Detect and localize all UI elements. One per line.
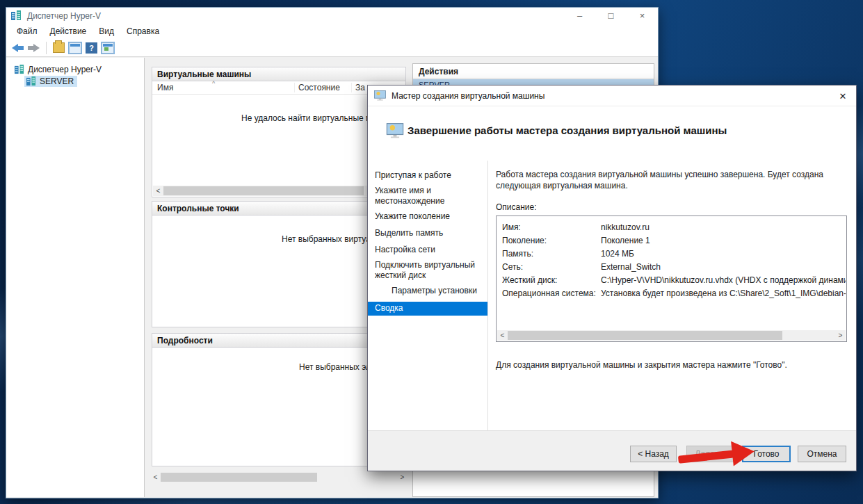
wizard-content: Работа мастера создания виртуальной маши… [496,162,849,370]
forward-icon[interactable] [28,44,40,52]
summary-row-os: Операционная система: Установка будет пр… [502,286,846,300]
summary-row-memory: Память: 1024 МБ [502,247,846,260]
nav-summary[interactable]: Сводка [368,302,487,316]
close-button[interactable]: × [627,8,658,24]
nav-install-options[interactable]: Параметры установки [368,286,481,296]
minimize-button[interactable]: – [564,8,595,24]
scroll-right-icon[interactable]: > [835,330,846,341]
summary-row-generation: Поколение: Поколение 1 [502,234,846,247]
actions-pane-header: Действия [413,64,654,79]
summary-description-box: Имя: nikkutuzov.ru Поколение: Поколение … [496,216,847,342]
menu-help[interactable]: Справка [120,24,166,38]
tree-root-label: Диспетчер Hyper-V [28,65,102,74]
menu-bar: Файл Действие Вид Справка [6,24,658,39]
server-tree-icon [26,76,36,86]
help-icon[interactable]: ? [86,42,97,54]
scroll-left-icon[interactable]: < [153,186,163,196]
wizard-nav-divider [487,161,488,430]
vm-empty-message: Не удалось найти виртуальные маш [241,113,383,123]
scroll-thumb[interactable] [161,473,317,482]
maximize-button[interactable]: □ [595,8,627,24]
nav-generation[interactable]: Укажите поколение [368,211,481,222]
hyperv-app-icon [11,10,22,21]
menu-action[interactable]: Действие [44,24,93,38]
toolbar-separator [46,42,47,54]
wizard-footer: < Назад Далее > Готово Отмена [368,430,856,471]
console-pane-icon[interactable] [69,42,81,54]
column-name[interactable]: Имя [152,83,294,92]
menu-view[interactable]: Вид [92,24,120,38]
dialog-title: Мастер создания виртуальной машины [392,91,545,101]
scroll-thumb[interactable] [508,331,782,340]
action-pane-icon[interactable] [102,42,114,54]
wizard-nav: Приступая к работе Укажите имя и местона… [368,162,487,430]
toolbar: ? [6,39,658,57]
dialog-close-icon[interactable]: ✕ [834,88,852,104]
nav-name-location[interactable]: Укажите имя и местонахождение [368,186,481,206]
nav-memory[interactable]: Выделить память [368,228,481,238]
window-title: Диспетчер Hyper-V [27,11,101,21]
tree-item-hyperv-root[interactable]: Диспетчер Hyper-V [12,63,144,76]
summary-row-network: Сеть: External_Switch [502,260,846,273]
hyperv-tree-icon [15,65,24,74]
nav-virtual-disk[interactable]: Подключить виртуальный жесткий диск [368,260,481,281]
description-label: Описание: [496,202,849,212]
tree-item-server[interactable]: SERVER [24,76,77,87]
console-tree: Диспетчер Hyper-V SERVER [6,58,145,497]
menu-file[interactable]: Файл [10,24,44,38]
new-vm-wizard-dialog: Мастер создания виртуальной машины ✕ Зав… [367,85,857,471]
scroll-left-icon[interactable]: < [150,472,161,482]
vm-panel-header: Виртуальные машины [152,67,405,81]
nav-getting-started[interactable]: Приступая к работе [368,170,481,181]
wizard-header-icon [386,123,404,138]
nav-network[interactable]: Настройка сети [368,245,481,255]
scroll-thumb[interactable] [163,186,364,195]
export-icon[interactable] [53,42,65,53]
title-bar: Диспетчер Hyper-V – □ × [6,8,658,24]
vm-monitor-icon [374,90,386,101]
finish-hint-text: Для создания виртуальной машины и закрыт… [496,360,849,370]
middle-hscrollbar[interactable]: < > [150,472,408,482]
tree-server-label: SERVER [40,76,74,86]
column-state[interactable]: Состояние [294,83,351,92]
back-icon[interactable] [12,44,24,52]
scroll-right-icon[interactable]: > [397,472,408,482]
dialog-title-bar: Мастер создания виртуальной машины ✕ [368,86,856,106]
desktop: Диспетчер Hyper-V – □ × Файл Действие Ви… [0,0,863,504]
summary-intro-text: Работа мастера создания виртуальной маши… [496,169,854,191]
checkpoints-empty-message: Нет выбранных виртуаль [282,234,380,244]
description-hscrollbar[interactable]: < > [497,330,846,341]
cancel-button[interactable]: Отмена [798,446,846,462]
summary-row-name: Имя: nikkutuzov.ru [502,220,846,234]
summary-row-disk: Жесткий диск: C:\Hyper-V\VHD\nikkutuzov.… [502,273,846,286]
column-cpu[interactable]: За [351,83,365,92]
scroll-left-icon[interactable]: < [497,330,508,341]
wizard-header: Завершение работы мастера создания вирту… [368,106,856,162]
sort-asc-icon: ^ [212,80,215,87]
wizard-page-title: Завершение работы мастера создания вирту… [408,124,727,136]
back-button[interactable]: < Назад [630,446,677,462]
